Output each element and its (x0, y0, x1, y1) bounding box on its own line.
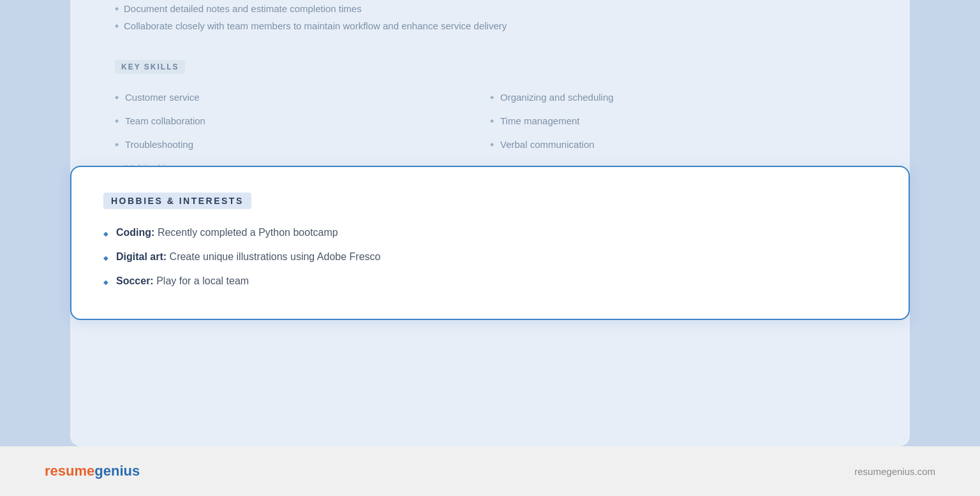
logo: resumegenius (45, 463, 140, 479)
hobby-bullet-icon-2: ◆ (103, 254, 108, 261)
experience-bullets: Document detailed notes and estimate com… (115, 0, 865, 34)
hobby-soccer-label: Soccer: (116, 275, 154, 286)
hobby-coding-label: Coding: (116, 227, 154, 238)
key-skills-title: KEY SKILLS (115, 60, 185, 74)
hobbies-card: HOBBIES & INTERESTS ◆ Coding: Recently c… (70, 166, 910, 320)
footer-url: resumegenius.com (854, 466, 935, 477)
resume-top-content: Document detailed notes and estimate com… (70, 0, 910, 186)
hobby-soccer: ◆ Soccer: Play for a local team (103, 275, 877, 287)
logo-genius-text: genius (94, 463, 140, 479)
hobby-bullet-icon-3: ◆ (103, 279, 108, 286)
page-wrapper: Document detailed notes and estimate com… (0, 0, 980, 496)
logo-resume-text: resume (45, 463, 94, 479)
skill-verbal-communication: Verbal communication (490, 133, 865, 156)
skill-troubleshooting: Troubleshooting (115, 133, 490, 156)
hobby-coding-desc: Recently completed a Python bootcamp (158, 227, 338, 238)
hobby-art-label: Digital art: (116, 251, 167, 262)
skill-time-management: Time management (490, 109, 865, 133)
hobby-art-desc: Create unique illustrations using Adobe … (170, 251, 381, 262)
hobbies-title: HOBBIES & INTERESTS (103, 193, 251, 209)
bullet-item-1: Document detailed notes and estimate com… (115, 0, 865, 17)
skill-customer-service: Customer service (115, 85, 490, 109)
footer: resumegenius resumegenius.com (0, 446, 980, 496)
hobby-bullet-icon: ◆ (103, 230, 108, 237)
hobby-coding: ◆ Coding: Recently completed a Python bo… (103, 227, 877, 238)
skill-organizing: Organizing and scheduling (490, 85, 865, 109)
hobbies-list: ◆ Coding: Recently completed a Python bo… (103, 227, 877, 287)
skill-team-collaboration: Team collaboration (115, 109, 490, 133)
hobby-digital-art: ◆ Digital art: Create unique illustratio… (103, 251, 877, 263)
bullet-item-2: Collaborate closely with team members to… (115, 17, 865, 34)
hobbies-card-wrapper: HOBBIES & INTERESTS ◆ Coding: Recently c… (70, 166, 910, 320)
hobby-soccer-desc: Play for a local team (156, 275, 249, 286)
